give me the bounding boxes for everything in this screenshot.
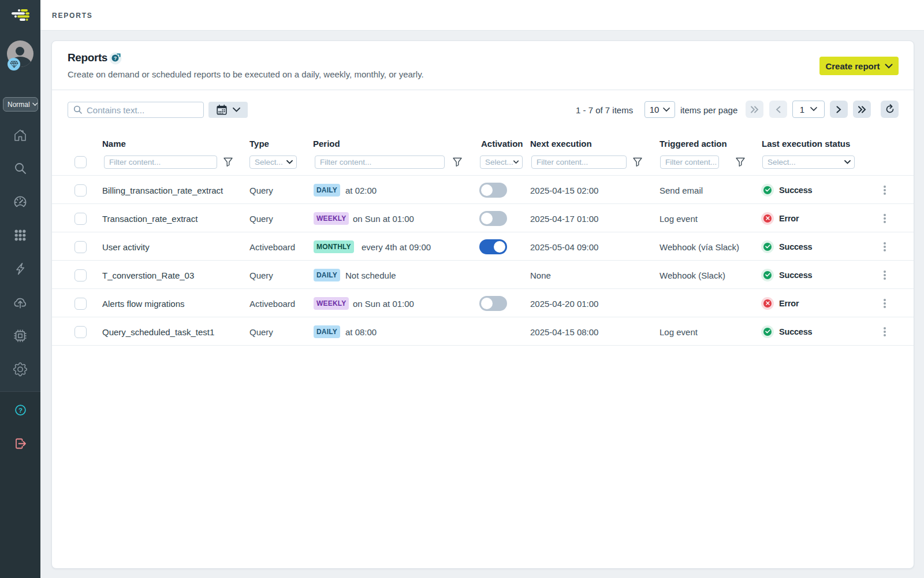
svg-text:?: ?: [18, 407, 23, 414]
svg-text:?: ?: [114, 55, 117, 61]
